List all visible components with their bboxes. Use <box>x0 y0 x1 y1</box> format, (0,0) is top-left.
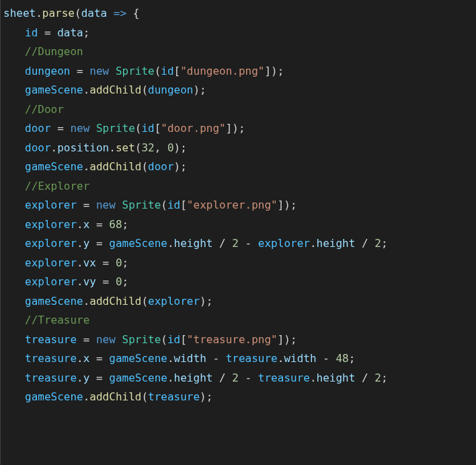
comment: //Treasure <box>25 314 89 326</box>
code-line: treasure.y = gameScene.height / 2 - trea… <box>3 369 473 388</box>
code-line: //Dungeon <box>3 42 473 62</box>
comment: //Door <box>25 103 64 116</box>
code-line: door = new Sprite(id["door.png"]); <box>3 119 473 139</box>
code-line: explorer.y = gameScene.height / 2 - expl… <box>3 234 473 254</box>
fn: parse <box>42 7 75 20</box>
code-line: //Treasure <box>3 311 473 330</box>
code-line: door.position.set(32, 0); <box>3 139 473 158</box>
code-line: gameScene.addChild(treasure); <box>3 388 473 407</box>
code-line: gameScene.addChild(door); <box>3 157 473 177</box>
code-line: explorer.x = 68; <box>3 215 473 235</box>
code-line: explorer.vy = 0; <box>3 273 473 292</box>
code-line: treasure = new Sprite(id["treasure.png"]… <box>3 330 473 350</box>
code-line: //Explorer <box>3 177 473 196</box>
ident: sheet <box>3 7 36 20</box>
comment: //Dungeon <box>25 45 83 58</box>
code-line: id = data; <box>3 24 473 43</box>
code-line: explorer = new Sprite(id["explorer.png"]… <box>3 196 473 215</box>
code-line: explorer.vx = 0; <box>3 254 473 273</box>
code-line: sheet.parse(data => { <box>3 4 473 24</box>
code-line: dungeon = new Sprite(id["dungeon.png"]); <box>3 62 473 81</box>
code-editor[interactable]: sheet.parse(data => {id = data;//Dungeon… <box>0 0 476 465</box>
code-line: gameScene.addChild(dungeon); <box>3 81 473 100</box>
comment: //Explorer <box>25 180 89 192</box>
code-line: //Door <box>3 100 473 120</box>
code-line: treasure.x = gameScene.width - treasure.… <box>3 349 473 369</box>
code-line: gameScene.addChild(explorer); <box>3 292 473 312</box>
